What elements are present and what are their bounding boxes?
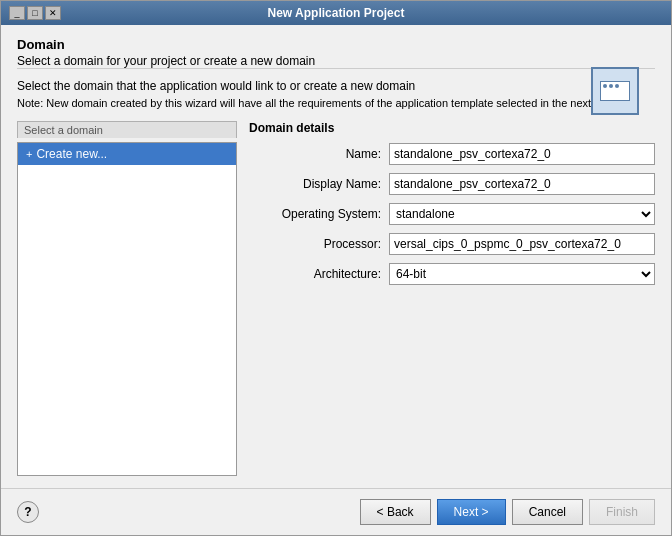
window-title: New Application Project — [69, 6, 603, 20]
list-item-label: Create new... — [36, 147, 107, 161]
create-new-icon: + — [26, 148, 32, 160]
name-input[interactable] — [389, 143, 655, 165]
footer: ? < Back Next > Cancel Finish — [1, 488, 671, 535]
window: _ □ ✕ New Application Project Domain Sel… — [0, 0, 672, 536]
domain-list-panel: Select a domain + Create new... — [17, 121, 237, 476]
domain-list-box[interactable]: + Create new... — [17, 142, 237, 476]
domain-details-panel: Domain details Name: Display Name: Opera… — [249, 121, 655, 476]
name-label: Name: — [249, 147, 389, 161]
main-area: Select a domain + Create new... Domain d… — [17, 121, 655, 476]
os-label: Operating System: — [249, 207, 389, 221]
minimize-button[interactable]: _ — [9, 6, 25, 20]
maximize-button[interactable]: □ — [27, 6, 43, 20]
domain-list-label: Select a domain — [17, 121, 237, 138]
section-subtitle: Select a domain for your project or crea… — [17, 54, 585, 68]
domain-details-label: Domain details — [249, 121, 655, 135]
back-button[interactable]: < Back — [360, 499, 431, 525]
description-text: Select the domain that the application w… — [17, 79, 655, 93]
title-bar: _ □ ✕ New Application Project — [1, 1, 671, 25]
note-text: Note: New domain created by this wizard … — [17, 97, 655, 109]
architecture-select[interactable]: 64-bit 32-bit — [389, 263, 655, 285]
dot-1 — [603, 84, 607, 88]
architecture-row: Architecture: 64-bit 32-bit — [249, 263, 655, 285]
finish-button[interactable]: Finish — [589, 499, 655, 525]
os-select[interactable]: standalone freertos linux — [389, 203, 655, 225]
display-name-label: Display Name: — [249, 177, 389, 191]
wizard-icon-inner — [600, 81, 630, 101]
content-area: Domain Select a domain for your project … — [1, 25, 671, 488]
processor-row: Processor: — [249, 233, 655, 255]
dot-2 — [609, 84, 613, 88]
divider — [17, 68, 655, 69]
dot-3 — [615, 84, 619, 88]
display-name-input[interactable] — [389, 173, 655, 195]
cancel-button[interactable]: Cancel — [512, 499, 583, 525]
header-area: Domain Select a domain for your project … — [17, 37, 655, 68]
next-button[interactable]: Next > — [437, 499, 506, 525]
wizard-icon — [591, 67, 639, 115]
close-button[interactable]: ✕ — [45, 6, 61, 20]
architecture-label: Architecture: — [249, 267, 389, 281]
os-row: Operating System: standalone freertos li… — [249, 203, 655, 225]
processor-label: Processor: — [249, 237, 389, 251]
processor-input[interactable] — [389, 233, 655, 255]
display-name-row: Display Name: — [249, 173, 655, 195]
help-button[interactable]: ? — [17, 501, 39, 523]
list-item-create-new[interactable]: + Create new... — [18, 143, 236, 165]
wizard-icon-dots — [603, 84, 619, 88]
footer-buttons: < Back Next > Cancel Finish — [360, 499, 655, 525]
name-row: Name: — [249, 143, 655, 165]
section-title: Domain — [17, 37, 585, 52]
footer-left: ? — [17, 501, 39, 523]
